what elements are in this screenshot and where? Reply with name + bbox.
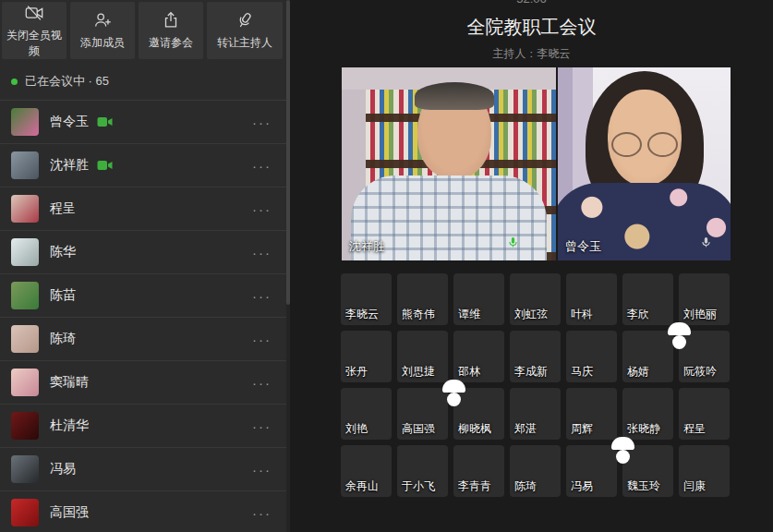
participant-row[interactable]: 杜清华 ··· bbox=[0, 405, 286, 448]
button-label: 添加成员 bbox=[80, 35, 125, 51]
camera-off-icon bbox=[24, 3, 44, 23]
participant-tile[interactable]: 张晓静 bbox=[622, 388, 673, 440]
participant-name: 程呈 bbox=[50, 200, 76, 217]
participant-name: 刘艳丽 bbox=[683, 307, 717, 322]
participant-row[interactable]: 程呈 ··· bbox=[0, 187, 286, 231]
video-feed[interactable]: 曾令玉 bbox=[558, 67, 731, 260]
participant-tile[interactable]: 余再山 bbox=[341, 445, 392, 497]
participant-tile[interactable]: 李青青 bbox=[453, 445, 504, 497]
button-label: 邀请参会 bbox=[149, 35, 193, 51]
add-member-button[interactable]: 添加成员 bbox=[70, 2, 135, 59]
avatar bbox=[11, 151, 39, 179]
participant-name: 刘虹弦 bbox=[514, 307, 548, 322]
participant-row[interactable]: 高国强 ··· bbox=[0, 491, 286, 532]
participant-tile[interactable]: 刘虹弦 bbox=[510, 273, 561, 325]
participant-tile[interactable]: 张丹 bbox=[341, 331, 392, 382]
participant-name: 沈祥胜 bbox=[50, 157, 89, 174]
participant-tile[interactable]: 李晓云 bbox=[341, 273, 392, 325]
participant-name: 陈苗 bbox=[50, 287, 76, 304]
video-person bbox=[417, 86, 491, 178]
participant-row[interactable]: 窦瑞晴 ··· bbox=[0, 361, 286, 405]
glasses bbox=[610, 132, 680, 158]
more-options-button[interactable]: ··· bbox=[248, 244, 275, 261]
participant-tile[interactable]: 冯易 bbox=[566, 445, 617, 497]
participant-name: 马庆 bbox=[571, 364, 593, 380]
avatar bbox=[11, 499, 39, 526]
participant-name: 熊奇伟 bbox=[402, 307, 435, 322]
avatar bbox=[11, 325, 39, 353]
more-options-button[interactable]: ··· bbox=[248, 374, 275, 392]
more-options-button[interactable]: ··· bbox=[248, 287, 275, 305]
more-options-button[interactable]: ··· bbox=[248, 114, 275, 131]
more-options-button[interactable]: ··· bbox=[248, 200, 275, 218]
participant-row[interactable]: 沈祥胜 ··· bbox=[0, 144, 286, 187]
avatar bbox=[11, 412, 39, 440]
more-options-button[interactable]: ··· bbox=[248, 461, 275, 478]
participant-name: 张晓静 bbox=[627, 421, 660, 437]
participant-tile[interactable]: 阮筱吟 bbox=[679, 331, 730, 382]
transfer-host-button[interactable]: 转让主持人 bbox=[207, 2, 283, 59]
participant-tile[interactable]: 高国强 bbox=[397, 388, 448, 440]
participant-tile[interactable]: 周辉 bbox=[566, 388, 617, 440]
participant-tile[interactable]: 邵林 bbox=[453, 331, 504, 382]
participant-row[interactable]: 陈琦 ··· bbox=[0, 318, 286, 361]
participant-tile[interactable]: 程呈 bbox=[679, 388, 730, 440]
more-options-button[interactable]: ··· bbox=[248, 504, 275, 522]
person-add-icon bbox=[92, 10, 113, 30]
meeting-main-area: 52:06 全院教职工会议 主持人：李晓云 沈祥胜 曾令玉 李晓云 熊奇伟 谭维… bbox=[290, 0, 773, 532]
invite-button[interactable]: 邀请参会 bbox=[139, 2, 203, 59]
participant-tile[interactable]: 魏玉玲 bbox=[622, 445, 673, 497]
participant-tile[interactable]: 杨婧 bbox=[622, 331, 673, 382]
avatar bbox=[11, 369, 39, 396]
participant-row[interactable]: 冯易 ··· bbox=[0, 448, 286, 491]
participant-tile[interactable]: 郑湛 bbox=[510, 388, 561, 440]
participant-tile[interactable]: 李欣 bbox=[622, 273, 673, 325]
participant-row[interactable]: 曾令玉 ··· bbox=[0, 101, 286, 144]
participant-name: 叶科 bbox=[571, 307, 593, 322]
close-all-video-button[interactable]: 关闭全员视频 bbox=[2, 2, 66, 59]
participant-tile[interactable]: 叶科 bbox=[566, 273, 617, 325]
video-participant-name: 沈祥胜 bbox=[349, 238, 385, 255]
mic-on-icon bbox=[507, 236, 519, 253]
participant-name: 柳晓枫 bbox=[458, 421, 491, 437]
participant-tile[interactable]: 马庆 bbox=[566, 331, 617, 382]
participant-tile[interactable]: 刘艳丽 bbox=[679, 273, 730, 325]
avatar bbox=[11, 195, 39, 223]
participant-tile[interactable]: 柳晓枫 bbox=[453, 388, 504, 440]
more-options-button[interactable]: ··· bbox=[248, 157, 275, 175]
more-options-button[interactable]: ··· bbox=[248, 417, 275, 435]
participant-tile[interactable]: 李成新 bbox=[510, 331, 561, 382]
participant-row[interactable]: 陈华 ··· bbox=[0, 231, 286, 274]
meeting-host: 主持人：李晓云 bbox=[290, 40, 773, 62]
in-meeting-count: 已在会议中 · 65 bbox=[25, 73, 109, 90]
participant-tile[interactable]: 熊奇伟 bbox=[397, 273, 448, 325]
participant-tile[interactable]: 刘艳 bbox=[341, 388, 392, 440]
participant-name: 窦瑞晴 bbox=[50, 374, 89, 391]
microphone-icon bbox=[235, 10, 255, 30]
participant-name: 程呈 bbox=[683, 421, 706, 437]
participant-tile[interactable]: 于小飞 bbox=[397, 445, 448, 497]
participant-name: 高国强 bbox=[50, 504, 89, 521]
meeting-title: 全院教职工会议 bbox=[290, 0, 773, 40]
participant-name: 于小飞 bbox=[402, 478, 435, 494]
participant-tile[interactable]: 闫康 bbox=[679, 445, 730, 497]
participant-name: 陈琦 bbox=[50, 331, 76, 347]
more-options-button[interactable]: ··· bbox=[248, 331, 275, 348]
participant-name: 刘思捷 bbox=[402, 364, 435, 380]
participant-tile[interactable]: 谭维 bbox=[453, 273, 504, 325]
participant-name: 李青青 bbox=[458, 478, 491, 494]
participant-row[interactable]: 陈苗 ··· bbox=[0, 274, 286, 318]
online-status-dot bbox=[11, 79, 18, 85]
participant-name: 陈华 bbox=[50, 244, 76, 260]
participant-tile[interactable]: 刘思捷 bbox=[397, 331, 448, 382]
button-label: 关闭全员视频 bbox=[2, 28, 66, 59]
camera-on-icon bbox=[97, 116, 113, 127]
participant-name: 曾令玉 bbox=[50, 114, 89, 130]
video-feed[interactable]: 沈祥胜 bbox=[342, 67, 556, 260]
in-meeting-status: 已在会议中 · 65 bbox=[0, 61, 286, 101]
participant-name: 周辉 bbox=[571, 421, 593, 437]
participant-name: 高国强 bbox=[402, 421, 435, 437]
avatar bbox=[11, 238, 39, 266]
participant-tile[interactable]: 陈琦 bbox=[510, 445, 561, 497]
participant-name: 冯易 bbox=[50, 461, 76, 478]
